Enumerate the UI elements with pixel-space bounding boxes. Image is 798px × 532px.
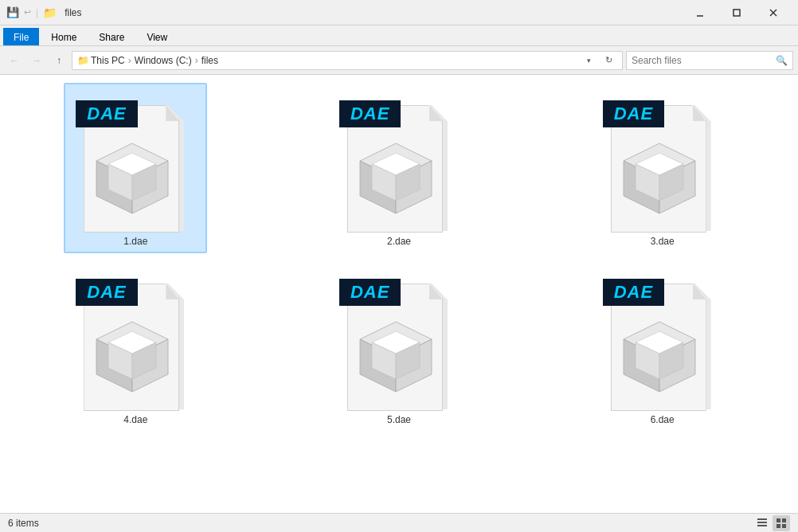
dae-file-icon: DAE bbox=[603, 268, 722, 411]
svg-rect-44 bbox=[782, 518, 786, 522]
file-name: 4.dae bbox=[123, 414, 147, 425]
list-item[interactable]: DAE 2.dae bbox=[327, 83, 471, 253]
breadcrumb-windows-c[interactable]: Windows (C:) bbox=[135, 55, 192, 66]
file-name: 3.dae bbox=[651, 236, 675, 247]
tab-view[interactable]: View bbox=[136, 28, 178, 45]
breadcrumb: 📁 This PC › Windows (C:) › files bbox=[77, 55, 577, 66]
dae-file-icon: DAE bbox=[603, 89, 722, 233]
list-item[interactable]: DAE 6.dae bbox=[591, 261, 734, 432]
search-input[interactable] bbox=[632, 55, 776, 66]
search-icon: 🔍 bbox=[776, 55, 788, 66]
svg-rect-40 bbox=[757, 518, 767, 520]
address-bar[interactable]: 📁 This PC › Windows (C:) › files ▾ ↻ bbox=[72, 51, 623, 70]
dae-file-icon: DAE bbox=[339, 89, 459, 233]
close-button[interactable] bbox=[755, 0, 792, 25]
file-name: 6.dae bbox=[651, 414, 675, 425]
forward-button[interactable]: → bbox=[27, 51, 46, 70]
svg-rect-45 bbox=[776, 524, 780, 528]
view-controls bbox=[753, 515, 790, 531]
file-name: 2.dae bbox=[387, 236, 411, 247]
ribbon-tabs: File Home Share View bbox=[0, 25, 798, 46]
svg-rect-43 bbox=[776, 518, 780, 522]
title-bar-icons: 💾 ↩ | 📁 files bbox=[6, 6, 81, 19]
refresh-button[interactable]: ↻ bbox=[600, 52, 617, 69]
tab-share[interactable]: Share bbox=[88, 28, 135, 45]
dae-file-icon: DAE bbox=[339, 268, 459, 411]
file-name: 1.dae bbox=[123, 236, 147, 247]
up-button[interactable]: ↑ bbox=[49, 51, 68, 70]
dae-label: DAE bbox=[603, 100, 664, 127]
maximize-button[interactable] bbox=[718, 0, 755, 25]
svg-rect-42 bbox=[757, 525, 767, 526]
breadcrumb-this-pc[interactable]: This PC bbox=[91, 55, 125, 66]
tab-file[interactable]: File bbox=[3, 28, 39, 45]
back-button[interactable]: ← bbox=[5, 51, 24, 70]
address-dropdown-button[interactable]: ▾ bbox=[581, 52, 597, 69]
svg-rect-41 bbox=[757, 522, 767, 523]
item-count: 6 items bbox=[8, 518, 39, 529]
file-area: DAE 1.dae DAE bbox=[0, 75, 798, 513]
dae-label: DAE bbox=[339, 100, 401, 127]
title-separator: | bbox=[36, 7, 38, 18]
file-name: 5.dae bbox=[387, 414, 411, 425]
grid-view-button[interactable] bbox=[773, 515, 790, 531]
svg-rect-1 bbox=[733, 10, 740, 16]
list-item[interactable]: DAE 5.dae bbox=[327, 261, 471, 432]
list-item[interactable]: DAE 4.dae bbox=[64, 261, 207, 432]
dae-file-icon: DAE bbox=[76, 89, 195, 233]
minimize-button[interactable] bbox=[682, 0, 718, 25]
list-item[interactable]: DAE 1.dae bbox=[64, 83, 207, 253]
title-bar: 💾 ↩ | 📁 files bbox=[0, 0, 798, 25]
dae-label: DAE bbox=[603, 279, 664, 306]
dae-file-icon: DAE bbox=[76, 268, 195, 411]
list-view-button[interactable] bbox=[753, 515, 771, 531]
title-text: files bbox=[65, 7, 81, 18]
title-folder-icon: 📁 bbox=[43, 6, 57, 19]
dae-label: DAE bbox=[76, 279, 137, 306]
quick-access-icon[interactable]: 💾 bbox=[6, 6, 19, 18]
dae-label: DAE bbox=[339, 279, 401, 306]
svg-rect-46 bbox=[782, 524, 786, 528]
breadcrumb-files: files bbox=[201, 55, 218, 66]
title-controls bbox=[682, 0, 792, 25]
search-box[interactable]: 🔍 bbox=[626, 51, 793, 70]
tab-home[interactable]: Home bbox=[41, 28, 87, 45]
undo-icon[interactable]: ↩ bbox=[24, 7, 31, 18]
dae-label: DAE bbox=[76, 100, 137, 127]
status-bar: 6 items bbox=[0, 513, 798, 532]
list-item[interactable]: DAE 3.dae bbox=[591, 83, 734, 253]
breadcrumb-item-folder: 📁 bbox=[77, 55, 89, 66]
nav-bar: ← → ↑ 📁 This PC › Windows (C:) › files ▾… bbox=[0, 46, 798, 75]
